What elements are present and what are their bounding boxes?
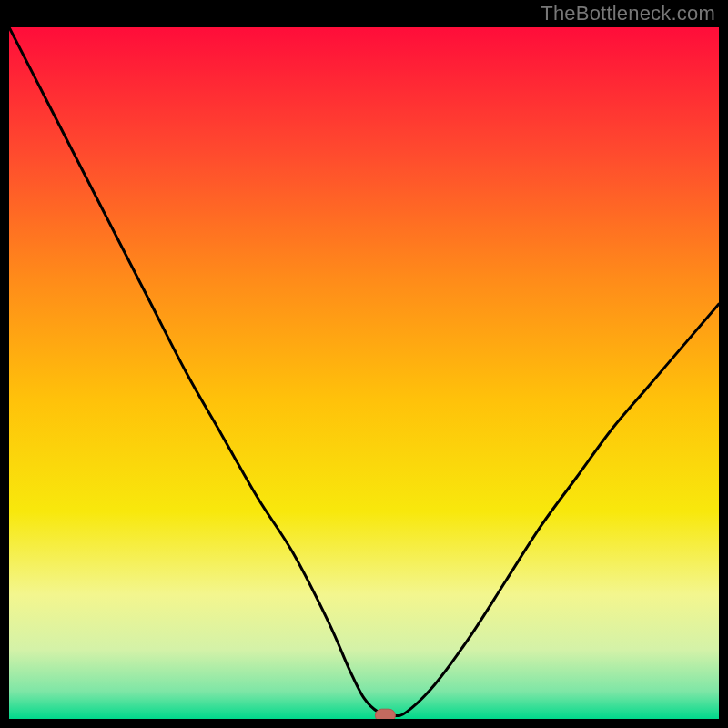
plot-area <box>9 27 719 719</box>
optimal-marker <box>375 709 395 719</box>
watermark-label: TheBottleneck.com <box>541 2 715 25</box>
chart-frame: TheBottleneck.com <box>0 0 728 728</box>
chart-svg <box>9 27 719 719</box>
gradient-background <box>9 27 719 719</box>
